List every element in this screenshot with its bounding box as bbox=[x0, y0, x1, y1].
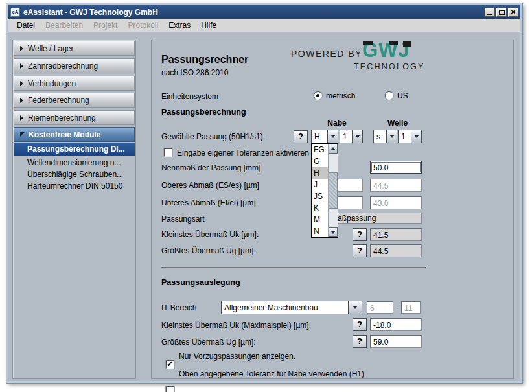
help-button-ug[interactable]: ? bbox=[353, 244, 367, 257]
design-ug-field[interactable]: 59.0 bbox=[370, 335, 422, 348]
units-label: Einheitensystem bbox=[161, 92, 218, 101]
minimize-icon bbox=[487, 14, 492, 15]
chevron-down-icon bbox=[355, 135, 360, 138]
powered-by-label: POWERED BY bbox=[291, 49, 362, 59]
logo-accent-bar bbox=[389, 41, 398, 45]
radio-unselected-icon bbox=[385, 91, 393, 100]
it-from-field[interactable]: 6 bbox=[367, 301, 393, 314]
chevron-down-icon bbox=[353, 306, 358, 309]
dropdown-option-k[interactable]: K bbox=[312, 202, 328, 214]
sidebar-item-verbindungen[interactable]: Verbindungen bbox=[14, 76, 135, 91]
nominal-size-label: Nennmaß der Passung [mm] bbox=[161, 163, 260, 172]
collapsed-triangle-icon bbox=[20, 63, 23, 69]
menu-bar: Datei Bearbeiten Projekt Protokoll Extra… bbox=[8, 19, 520, 32]
content-area: Welle / Lager Zahnradberechnung Verbindu… bbox=[8, 33, 520, 381]
menu-datei[interactable]: Datei bbox=[12, 19, 40, 32]
app-icon: eA bbox=[10, 8, 20, 17]
sidebar-item-zahnradberechnung[interactable]: Zahnradberechnung bbox=[14, 58, 135, 73]
design-uk-field[interactable]: -18.0 bbox=[370, 318, 422, 331]
main-panel: Passungsrechner nach ISO 286:2010 POWERE… bbox=[151, 40, 514, 379]
maximize-button[interactable] bbox=[496, 8, 507, 17]
window-title: eAssistant - GWJ Technology GmbH bbox=[23, 8, 485, 17]
dropdown-option-js[interactable]: JS bbox=[312, 190, 328, 202]
sidebar: Welle / Lager Zahnradberechnung Verbindu… bbox=[12, 40, 136, 379]
design-ug-label: Größtes Übermaß Ug [µm]: bbox=[161, 338, 256, 347]
column-header-welle: Welle bbox=[373, 119, 422, 128]
scroll-down-button[interactable] bbox=[329, 227, 338, 237]
column-header-nabe: Nabe bbox=[311, 119, 363, 128]
welle-letter-combobox[interactable]: s bbox=[373, 130, 397, 143]
custom-tolerance-checkbox[interactable] bbox=[164, 148, 172, 157]
collapsed-triangle-icon bbox=[20, 98, 23, 103]
lower-deviation-welle-field: 43.0 bbox=[370, 196, 422, 209]
close-button[interactable] bbox=[508, 8, 518, 17]
help-button-design-uk[interactable]: ? bbox=[353, 318, 367, 331]
radio-us[interactable]: US bbox=[385, 91, 393, 100]
scrollbar-thumb[interactable] bbox=[329, 172, 338, 209]
gwj-logo-subtext: TECHNOLOGY bbox=[354, 62, 425, 71]
sidebar-item-riemenberechnung[interactable]: Riemenberechnung bbox=[14, 110, 135, 125]
chevron-down-icon bbox=[414, 135, 419, 138]
design-uk-label: Kleinstes Übermaß Uk (Maximalspiel) [µm]… bbox=[161, 321, 311, 330]
max-interference-label: Größtes Übermaß Ug [µm]: bbox=[161, 246, 256, 255]
help-button-chosen-fit[interactable]: ? bbox=[294, 130, 308, 143]
menu-extras[interactable]: Extras bbox=[163, 19, 196, 32]
nabe-letter-combobox[interactable]: H bbox=[311, 130, 338, 143]
radio-metrisch[interactable]: metrisch bbox=[314, 91, 322, 100]
sidebar-item-federberechnung[interactable]: Federberechnung bbox=[14, 93, 135, 108]
min-interference-field: 41.5 bbox=[370, 228, 422, 241]
sidebar-item-passungsberechnung[interactable]: Passungsberechnung DI... bbox=[14, 143, 135, 156]
menu-hilfe[interactable]: Hilfe bbox=[196, 19, 222, 32]
sidebar-item-ueberschlaegige-schrauben[interactable]: Überschlägige Schrauben... bbox=[14, 168, 135, 180]
help-button-uk[interactable]: ? bbox=[353, 228, 367, 241]
tolerance-letter-dropdown: FG G H J JS K M N bbox=[311, 143, 338, 238]
sidebar-item-welle-lager[interactable]: Welle / Lager bbox=[14, 41, 135, 56]
collapsed-triangle-icon bbox=[20, 115, 23, 121]
title-bar[interactable]: eA eAssistant - GWJ Technology GmbH bbox=[8, 5, 520, 19]
dropdown-option-h[interactable]: H bbox=[312, 167, 328, 179]
upper-deviation-welle-field: 44.5 bbox=[370, 179, 422, 192]
help-button-design-ug[interactable]: ? bbox=[353, 335, 367, 348]
collapsed-triangle-icon bbox=[20, 46, 23, 51]
section-divider bbox=[161, 267, 426, 268]
dropdown-option-n[interactable]: N bbox=[312, 225, 328, 237]
page-title: Passungsrechner bbox=[161, 54, 248, 65]
dropdown-option-m[interactable]: M bbox=[312, 214, 328, 225]
dropdown-scrollbar[interactable] bbox=[328, 144, 338, 237]
it-range-combobox[interactable]: Allgemeiner Maschinenbau bbox=[221, 301, 362, 314]
combo-arrow-button[interactable] bbox=[386, 130, 397, 143]
preferred-fits-checkbox[interactable] bbox=[166, 360, 174, 369]
nominal-size-field[interactable]: 50.0 bbox=[370, 161, 422, 174]
it-dash: - bbox=[396, 303, 399, 312]
radio-metrisch-label: metrisch bbox=[326, 91, 355, 100]
menu-projekt: Projekt bbox=[88, 19, 122, 32]
max-interference-field: 44.5 bbox=[370, 244, 422, 257]
dropdown-option-g[interactable]: G bbox=[312, 156, 328, 167]
scroll-up-button[interactable] bbox=[329, 144, 338, 154]
it-to-field[interactable]: 11 bbox=[401, 301, 421, 314]
sidebar-item-wellendimensionierung[interactable]: Wellendimensionierung n... bbox=[14, 157, 135, 168]
radio-selected-icon bbox=[314, 91, 322, 100]
minimize-button[interactable] bbox=[485, 8, 495, 17]
sidebar-item-kostenfreie-module[interactable]: Kostenfreie Module bbox=[14, 127, 135, 142]
combo-arrow-button[interactable] bbox=[352, 130, 362, 143]
upper-deviation-label: Oberes Abmaß (ES/es) [µm] bbox=[161, 181, 259, 190]
chosen-fit-label: Gewählte Passung (50H1/s1): bbox=[161, 132, 265, 141]
dropdown-option-fg[interactable]: FG bbox=[312, 144, 328, 156]
use-tolerance-checkbox[interactable] bbox=[166, 386, 174, 392]
combo-arrow-button[interactable] bbox=[411, 130, 421, 143]
combo-arrow-button[interactable] bbox=[327, 130, 338, 143]
page-subtitle: nach ISO 286:2010 bbox=[161, 68, 228, 77]
combo-arrow-button[interactable] bbox=[348, 301, 362, 314]
sidebar-item-haerteumrechner[interactable]: Härteumrechner DIN 50150 bbox=[14, 180, 135, 192]
radio-us-label: US bbox=[397, 91, 408, 100]
it-range-label: IT Bereich bbox=[161, 303, 196, 312]
welle-grade-combobox[interactable]: 1 bbox=[398, 130, 422, 143]
nabe-grade-combobox[interactable]: 1 bbox=[340, 130, 363, 143]
min-interference-label: Kleinstes Übermaß Uk [µm]: bbox=[161, 230, 259, 239]
chevron-down-icon bbox=[330, 231, 336, 234]
menu-bearbeiten: Bearbeiten bbox=[40, 19, 88, 32]
dropdown-option-j[interactable]: J bbox=[312, 179, 328, 190]
section-passungsauslegung: Passungsauslegung bbox=[161, 278, 240, 287]
use-tolerance-label: Oben angegebene Toleranz für Nabe verwen… bbox=[179, 369, 364, 378]
